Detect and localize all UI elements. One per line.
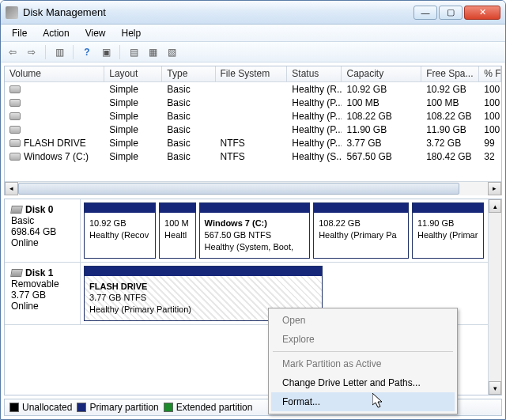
- minimize-button[interactable]: —: [413, 6, 437, 20]
- cell: 11.90 GB: [342, 124, 421, 135]
- drive-icon: [9, 99, 21, 107]
- cell: 3.77 GB: [342, 138, 421, 149]
- col-status[interactable]: Status: [287, 66, 342, 81]
- cell: Basic: [162, 138, 215, 149]
- horizontal-scrollbar[interactable]: ◂ ▸: [5, 181, 501, 195]
- volume-row[interactable]: SimpleBasicHealthy (P...11.90 GB11.90 GB…: [5, 123, 501, 136]
- toolbar-icon[interactable]: ▣: [97, 44, 115, 61]
- partition[interactable]: 11.90 GBHealthy (Primar: [412, 202, 484, 259]
- disk-row: Disk 0Basic698.64 GBOnline10.92 GBHealth…: [5, 199, 501, 263]
- menubar: File Action View Help: [1, 25, 505, 42]
- menu-view[interactable]: View: [77, 26, 114, 40]
- col-free[interactable]: Free Spa...: [421, 66, 479, 81]
- cell: Healthy (P...: [287, 111, 342, 122]
- disk-info[interactable]: Disk 0Basic698.64 GBOnline: [5, 199, 81, 262]
- scroll-thumb[interactable]: [18, 183, 459, 195]
- menu-file[interactable]: File: [4, 26, 35, 40]
- cell: Windows 7 (C:): [5, 151, 104, 162]
- cell: 3.72 GB: [421, 138, 479, 149]
- volume-list: Volume Layout Type File System Status Ca…: [4, 66, 502, 195]
- menu-action[interactable]: Action: [35, 26, 77, 40]
- titlebar[interactable]: Disk Management — ▢ ✕: [1, 1, 505, 25]
- cell: Basic: [162, 84, 215, 95]
- toolbar-icon[interactable]: ▥: [51, 44, 68, 61]
- drive-icon: [9, 85, 21, 93]
- cell: 108.22 GB: [342, 111, 421, 122]
- maximize-button[interactable]: ▢: [439, 6, 463, 20]
- col-volume[interactable]: Volume: [5, 66, 104, 81]
- cell: Simple: [104, 151, 162, 162]
- help-icon[interactable]: ?: [78, 44, 96, 61]
- scroll-down-button[interactable]: ▾: [489, 381, 501, 395]
- cell: [5, 85, 104, 93]
- disk-icon: [10, 206, 23, 214]
- column-headers: Volume Layout Type File System Status Ca…: [5, 66, 501, 82]
- legend-swatch: [9, 403, 19, 412]
- cell: Healthy (P...: [287, 124, 342, 135]
- volume-row[interactable]: SimpleBasicHealthy (R...10.92 GB10.92 GB…: [5, 82, 501, 96]
- cell: 32: [479, 151, 501, 162]
- toolbar-icon[interactable]: ▧: [163, 44, 180, 61]
- col-capacity[interactable]: Capacity: [342, 66, 421, 81]
- volume-row[interactable]: FLASH DRIVESimpleBasicNTFSHealthy (P...3…: [5, 136, 501, 149]
- disk-info[interactable]: Disk 1Removable3.77 GBOnline: [5, 263, 81, 325]
- cell: Simple: [104, 124, 162, 135]
- drive-icon: [9, 139, 21, 147]
- volume-row[interactable]: Windows 7 (C:)SimpleBasicNTFSHealthy (S.…: [5, 149, 501, 163]
- cell: 100 MB: [421, 97, 479, 108]
- cell: Basic: [162, 97, 215, 108]
- disk-icon: [10, 269, 23, 277]
- vertical-scrollbar[interactable]: ▴ ▾: [488, 199, 501, 395]
- col-filesystem[interactable]: File System: [216, 66, 288, 81]
- cell: [5, 99, 104, 107]
- cell: NTFS: [216, 138, 288, 149]
- refresh-icon[interactable]: ▤: [125, 44, 142, 61]
- cell: Healthy (P...: [287, 97, 342, 108]
- cell: [5, 126, 104, 134]
- legend-label: Unallocated: [22, 402, 72, 413]
- scroll-right-button[interactable]: ▸: [488, 182, 501, 195]
- legend-swatch: [77, 403, 86, 412]
- toolbar-icon[interactable]: ▦: [144, 44, 161, 61]
- col-pct[interactable]: % F: [479, 66, 501, 81]
- col-layout[interactable]: Layout: [104, 66, 162, 81]
- context-item-open: Open: [271, 311, 455, 330]
- context-item-change-drive-letter-and-paths[interactable]: Change Drive Letter and Paths...: [271, 373, 455, 392]
- scroll-left-button[interactable]: ◂: [5, 182, 18, 195]
- scroll-up-button[interactable]: ▴: [489, 199, 501, 213]
- cell: 10.92 GB: [421, 84, 479, 95]
- volume-row[interactable]: SimpleBasicHealthy (P...108.22 GB108.22 …: [5, 109, 501, 123]
- cell: FLASH DRIVE: [5, 138, 104, 149]
- partition[interactable]: 108.22 GBHealthy (Primary Pa: [313, 202, 409, 259]
- col-type[interactable]: Type: [162, 66, 215, 81]
- partition[interactable]: Windows 7 (C:)567.50 GB NTFSHealthy (Sys…: [199, 202, 311, 259]
- legend-label: Primary partition: [89, 402, 158, 413]
- cell: NTFS: [216, 151, 288, 162]
- cell: 108.22 GB: [421, 111, 479, 122]
- cell: Basic: [162, 124, 215, 135]
- drive-icon: [9, 126, 21, 134]
- menu-help[interactable]: Help: [114, 26, 149, 40]
- close-button[interactable]: ✕: [464, 6, 500, 20]
- volume-row[interactable]: SimpleBasicHealthy (P...100 MB100 MB100: [5, 96, 501, 109]
- back-button[interactable]: ⇦: [4, 44, 21, 61]
- forward-button[interactable]: ⇨: [23, 44, 40, 61]
- legend-item: Unallocated: [9, 402, 72, 413]
- cell: [5, 112, 104, 120]
- cell: Healthy (R...: [287, 84, 342, 95]
- cell: Healthy (S...: [287, 151, 342, 162]
- context-item-format[interactable]: Format...: [271, 392, 455, 411]
- cell: Basic: [162, 151, 215, 162]
- legend-item: Primary partition: [77, 402, 158, 413]
- cell: Simple: [104, 111, 162, 122]
- cell: Healthy (P...: [287, 138, 342, 149]
- context-menu: OpenExploreMark Partition as ActiveChang…: [268, 308, 458, 414]
- partition[interactable]: 100 MHealtl: [159, 202, 196, 259]
- cell: 567.50 GB: [342, 151, 421, 162]
- context-item-explore: Explore: [271, 330, 455, 349]
- toolbar: ⇦ ⇨ ▥ ? ▣ ▤ ▦ ▧: [1, 42, 505, 62]
- window-title: Disk Management: [23, 6, 413, 18]
- cell: 11.90 GB: [421, 124, 479, 135]
- partition[interactable]: 10.92 GBHealthy (Recov: [84, 202, 156, 259]
- cell: 100 MB: [342, 97, 421, 108]
